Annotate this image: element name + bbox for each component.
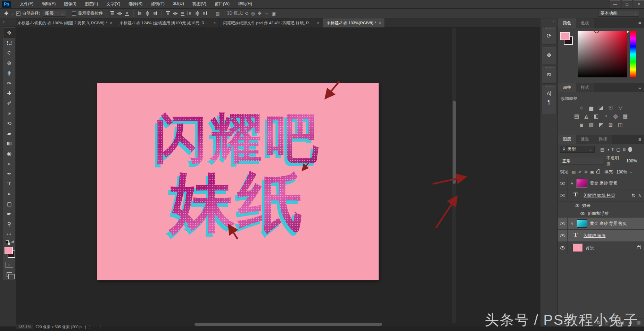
eyedropper-tool[interactable]: ✑ [3, 78, 15, 88]
hue-slider-arrow-icon[interactable]: ▶ [627, 30, 629, 33]
tab-layers[interactable]: 图层 [558, 135, 576, 144]
clone-stamp-tool[interactable]: ⍟ [3, 108, 15, 118]
layer-thumbnail[interactable] [577, 179, 587, 187]
panel-menu-icon[interactable]: ≡ [638, 85, 641, 91]
blur-tool[interactable]: ◉ [3, 148, 15, 159]
tool-preset-caret[interactable]: ⌄ [9, 10, 16, 17]
hue-saturation-icon[interactable]: ▤ [573, 113, 580, 119]
menu-view[interactable]: 视图(V) [189, 0, 210, 8]
document-tab[interactable]: 未标题-1 @ 124% (全场通用 满100元 减10元, RGB/8) *× [116, 18, 220, 27]
close-tab-icon[interactable]: × [213, 20, 216, 25]
layer-thumbnail[interactable] [577, 219, 587, 228]
filter-pixel-icon[interactable]: ▤ [600, 147, 604, 152]
healing-brush-tool[interactable]: ✚ [3, 88, 15, 98]
vibrance-icon[interactable]: ▽ [617, 104, 624, 111]
menu-3d[interactable]: 3D(D) [169, 0, 188, 8]
zoom-level[interactable]: 133.1% [16, 324, 33, 329]
layer-effects-row[interactable]: 效果 [558, 202, 644, 210]
hand-tool[interactable]: ☛ [3, 209, 15, 219]
channel-mixer-icon[interactable]: ◍ [612, 113, 619, 119]
dock-group[interactable]: A| ¶ [542, 85, 556, 114]
path-select-tool[interactable]: ➢ [3, 189, 15, 199]
color-swatch-widget[interactable] [3, 246, 15, 260]
minimize-button[interactable]: — [610, 0, 620, 8]
screen-mode-button[interactable] [3, 270, 15, 279]
quick-mask-button[interactable]: ◌ [3, 260, 15, 270]
close-tab-icon[interactable]: × [379, 20, 381, 25]
color-panel-swatches[interactable] [560, 32, 576, 48]
layer-row[interactable]: ↳ 黄金 磨砂 背景 [558, 177, 644, 189]
workspace-switcher[interactable]: 基本功能⌄ [598, 10, 639, 17]
menu-help[interactable]: 帮助(H) [234, 0, 256, 8]
color-balance-icon[interactable]: ◭ [583, 113, 590, 119]
lasso-tool[interactable]: Ϛ [3, 48, 15, 58]
3d-camera-icon[interactable]: ▣ [272, 11, 276, 16]
3d-slide-icon[interactable]: ⇔ [264, 11, 269, 16]
align-right-icon[interactable] [152, 11, 157, 16]
show-transform-checkbox[interactable] [72, 11, 76, 16]
visibility-eye-icon[interactable] [580, 212, 585, 215]
dodge-tool[interactable]: ⌕ [3, 159, 15, 169]
tab-paths[interactable]: 路径 [594, 135, 612, 144]
move-tool[interactable]: ✥ [3, 28, 15, 38]
toolbar-collapse-icon[interactable]: » [3, 20, 5, 24]
default-swap-colors[interactable]: ⇄ [3, 239, 15, 246]
menu-image[interactable]: 图像(I) [60, 0, 80, 8]
visibility-eye-icon[interactable] [560, 246, 565, 249]
layer-row-selected[interactable]: T 闪耀吧 妹纸 [558, 230, 644, 242]
blend-mode-dropdown[interactable]: 正常⌄ [560, 158, 604, 164]
layer-row[interactable]: T 闪耀吧 妹纸 拷贝 fx ∧ [558, 189, 644, 202]
photo-filter-icon[interactable]: ◔ [603, 113, 609, 119]
lock-paint-icon[interactable]: ✐ [578, 170, 582, 175]
visibility-eye-icon[interactable] [560, 194, 565, 197]
auto-select-checkbox[interactable] [16, 11, 20, 16]
3d-pan-icon[interactable]: ✥ [258, 11, 262, 16]
brightness-contrast-icon[interactable]: ☼ [578, 104, 585, 111]
menu-type[interactable]: 文字(Y) [102, 0, 124, 8]
tab-adjustments[interactable]: 调整 [558, 83, 576, 92]
vertical-scrollbar[interactable] [452, 28, 456, 323]
type-tool[interactable]: T [3, 179, 15, 189]
document-tab[interactable]: 未标题-1-恢复的 @ 100% (椭圆 2 拷贝 3, RGB/8) *× [14, 18, 116, 27]
fx-collapse-icon[interactable]: ∧ [638, 193, 641, 198]
filter-smartobject-icon[interactable]: ⧈ [622, 146, 625, 152]
layer-fx-badge[interactable]: fx [632, 193, 635, 198]
posterize-icon[interactable]: ▨ [588, 122, 595, 128]
gradient-map-icon[interactable]: ⊠ [608, 122, 614, 128]
libraries-panel-icon[interactable]: ⧅ [547, 71, 551, 78]
dock-group[interactable]: ❖ [542, 46, 556, 64]
paragraph-panel-icon[interactable]: ¶ [547, 99, 551, 106]
distribute-bottom-icon[interactable] [180, 11, 185, 16]
distribute-right-icon[interactable] [202, 11, 207, 16]
tab-channels[interactable]: 通道 [576, 135, 594, 144]
crop-tool[interactable]: ⋕ [3, 68, 15, 78]
lock-all-icon[interactable] [596, 171, 600, 173]
lock-artboard-icon[interactable]: ▣ [590, 170, 594, 175]
opacity-value[interactable]: 100% [626, 159, 637, 163]
tab-swatches[interactable]: 色板 [576, 18, 594, 28]
saturation-brightness-field[interactable] [578, 31, 627, 77]
horizontal-scrollbar-thumb[interactable] [195, 323, 382, 326]
menu-layer[interactable]: 图层(L) [81, 0, 102, 8]
filter-type-icon[interactable]: T [611, 147, 614, 152]
align-top-icon[interactable] [110, 11, 115, 16]
filter-toggle-icon[interactable] [628, 147, 632, 152]
lock-position-icon[interactable]: ✥ [584, 170, 588, 175]
3d-orbit-icon[interactable]: ⟲ [245, 11, 248, 16]
layer-effect-item-row[interactable]: 斜面和浮雕 [558, 210, 644, 218]
history-brush-tool[interactable]: ⟲ [3, 118, 15, 128]
menu-file[interactable]: 文件(F) [16, 0, 37, 8]
color-picker-ring[interactable] [594, 29, 599, 33]
layer-row-selected[interactable]: ↳ 黄金 磨砂 背景 拷贝 [558, 218, 644, 230]
foreground-color-swatch[interactable] [560, 32, 570, 40]
close-button[interactable]: × [634, 0, 644, 8]
panel-menu-icon[interactable]: ≡ [638, 137, 641, 142]
gradient-tool[interactable] [3, 138, 15, 148]
dock-group[interactable]: ⧅ [542, 66, 556, 84]
black-white-icon[interactable]: ◧ [593, 113, 600, 119]
auto-align-icon[interactable]: ▥ [215, 11, 220, 16]
history-panel-icon[interactable]: ⟳ [546, 32, 551, 40]
hue-slider[interactable] [630, 31, 636, 77]
distribute-horizontal-center-icon[interactable] [195, 11, 199, 16]
align-bottom-icon[interactable] [125, 11, 129, 16]
